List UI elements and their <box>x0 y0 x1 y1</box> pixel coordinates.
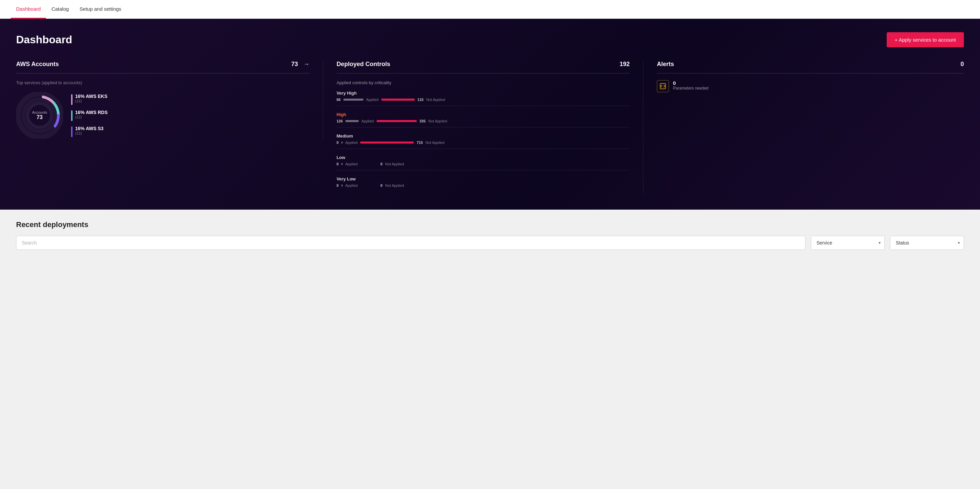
recent-deployments-title: Recent deployments <box>0 220 980 229</box>
criticality-name-very-high: Very High <box>337 90 630 95</box>
bar-applied-medium <box>341 141 343 144</box>
legend-item-eks: 16% AWS EKS (12) <box>71 94 108 105</box>
criticality-row-very-low: Very Low 0 Applied 0 Not Applied <box>337 176 630 187</box>
dashboard-panel: Dashboard + Apply services to account AW… <box>0 19 980 210</box>
controls-divider <box>337 73 630 73</box>
top-nav: Dashboard Catalog Setup and settings <box>0 0 980 19</box>
tab-catalog[interactable]: Catalog <box>46 0 74 19</box>
dashboard-header: Dashboard + Apply services to account <box>16 32 964 47</box>
criticality-name-very-low: Very Low <box>337 176 630 181</box>
donut-chart: Accounts 73 <box>16 92 63 139</box>
controls-header: Deployed Controls 192 <box>337 61 630 68</box>
legend-text-rds: 16% AWS RDS <box>75 110 108 115</box>
alert-item-parameters: 0 Parameters needed <box>657 80 964 92</box>
bar-applied-very-high <box>343 98 363 101</box>
controls-section: Deployed Controls 192 Applied controls b… <box>337 61 644 194</box>
accounts-section-header: AWS Accounts 73 → <box>16 61 309 68</box>
service-filter-wrap: Service AWS EKS AWS RDS AWS S3 ▾ <box>811 236 885 250</box>
legend-sub-s3: (12) <box>75 131 103 135</box>
accounts-section: AWS Accounts 73 → Top services (applied … <box>16 61 323 139</box>
stats-row: AWS Accounts 73 → Top services (applied … <box>16 61 964 194</box>
legend-text-s3: 16% AWS S3 <box>75 126 103 131</box>
recent-deployments-section: Recent deployments Service AWS EKS AWS R… <box>0 210 980 250</box>
legend-color-s3 <box>71 127 73 137</box>
apply-services-button[interactable]: + Apply services to account <box>887 32 964 47</box>
alerts-header: Alerts 0 <box>657 61 964 68</box>
search-input[interactable] <box>16 236 805 250</box>
criticality-bars-low: 0 Applied 0 Not Applied <box>337 162 630 166</box>
criticality-row-low: Low 0 Applied 0 Not Applied <box>337 155 630 170</box>
alerts-section: Alerts 0 0 Parameters needed <box>657 61 964 92</box>
service-filter-select[interactable]: Service AWS EKS AWS RDS AWS S3 <box>811 236 885 250</box>
legend-color-eks <box>71 94 73 105</box>
alerts-divider <box>657 73 964 73</box>
bar-applied-high <box>345 120 359 122</box>
tab-dashboard[interactable]: Dashboard <box>11 0 46 19</box>
legend-sub-rds: (12) <box>75 115 108 119</box>
criticality-bars-medium: 0 Applied 715 Not Applied <box>337 141 630 144</box>
legend-items: 16% AWS EKS (12) 16% AWS RDS <box>71 94 108 137</box>
criticality-name-low: Low <box>337 155 630 160</box>
criticality-bars-high: 126 Applied 335 Not Applied <box>337 119 630 123</box>
dashboard-title: Dashboard <box>16 33 72 46</box>
alert-code-icon <box>657 80 669 92</box>
alert-item-label: Parameters needed <box>673 86 708 90</box>
bar-not-applied-high <box>377 120 417 122</box>
tab-setup-settings[interactable]: Setup and settings <box>74 0 127 19</box>
legend-item-rds: 16% AWS RDS (12) <box>71 110 108 121</box>
legend-text-eks: 16% AWS EKS <box>75 94 107 99</box>
criticality-label: Applied controls by criticality <box>337 80 630 85</box>
donut-center-label: Accounts 73 <box>32 110 47 121</box>
criticality-row-high: High 126 Applied 335 Not Applied <box>337 112 630 127</box>
bar-applied-very-low <box>341 184 343 186</box>
bar-not-applied-very-high <box>381 98 415 101</box>
top-services-label: Top services (applied to accounts) <box>16 80 309 85</box>
deployments-filters: Service AWS EKS AWS RDS AWS S3 ▾ Status … <box>0 236 980 250</box>
accounts-divider <box>16 73 309 73</box>
legend-item-s3: 16% AWS S3 (12) <box>71 126 108 137</box>
status-filter-select[interactable]: Status Active Pending Failed <box>890 236 964 250</box>
controls-title: Deployed Controls <box>337 61 390 68</box>
criticality-row-medium: Medium 0 Applied 715 Not Applied <box>337 133 630 149</box>
main-content: Dashboard + Apply services to account AW… <box>0 19 980 250</box>
bar-not-applied-medium <box>360 141 414 144</box>
status-filter-wrap: Status Active Pending Failed ▾ <box>890 236 964 250</box>
bar-applied-low <box>341 163 343 165</box>
criticality-name-medium: Medium <box>337 133 630 138</box>
alert-item-count: 0 <box>673 80 708 86</box>
accounts-title: AWS Accounts <box>16 61 59 68</box>
search-input-wrap <box>16 236 805 250</box>
criticality-bars-very-low: 0 Applied 0 Not Applied <box>337 183 630 187</box>
criticality-row-very-high: Very High 66 Applied 115 Not Applied <box>337 90 630 106</box>
alert-item-content: 0 Parameters needed <box>673 80 708 90</box>
criticality-name-high: High <box>337 112 630 117</box>
controls-count: 192 <box>620 61 630 68</box>
chart-legend-row: Accounts 73 16% AWS EKS (12) <box>16 92 309 139</box>
legend-color-rds <box>71 110 73 121</box>
alerts-title: Alerts <box>657 61 674 68</box>
accounts-count: 73 <box>291 61 298 68</box>
alerts-count: 0 <box>961 61 964 68</box>
criticality-bars-very-high: 66 Applied 115 Not Applied <box>337 98 630 102</box>
legend-sub-eks: (12) <box>75 99 107 103</box>
accounts-arrow-icon[interactable]: → <box>304 61 309 68</box>
